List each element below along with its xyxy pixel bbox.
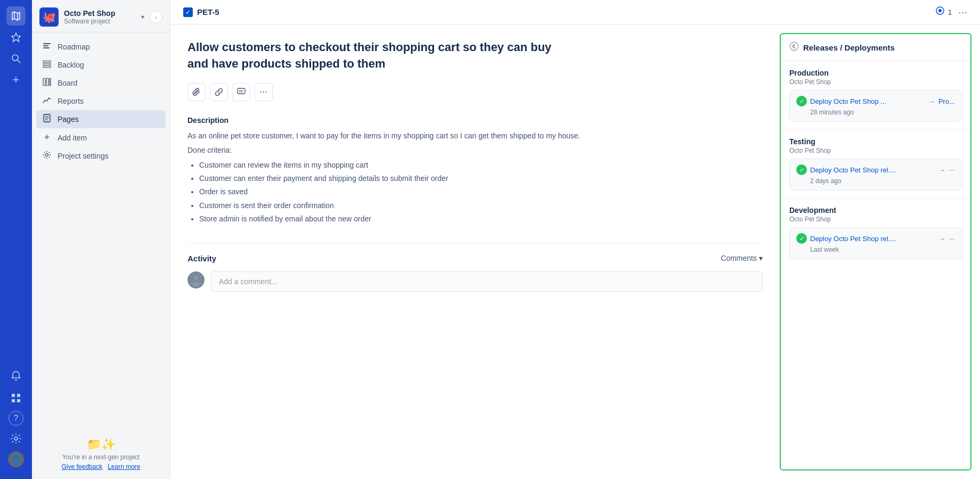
svg-rect-6	[17, 394, 20, 397]
sidebar-footer-links: Give feedback Learn more	[61, 463, 140, 470]
apps-icon[interactable]	[6, 389, 26, 408]
icon-bar: + ? 👤	[0, 0, 32, 479]
watch-count: 1	[948, 8, 952, 16]
svg-rect-11	[43, 45, 48, 46]
svg-rect-14	[43, 63, 51, 65]
link-button[interactable]	[210, 83, 228, 101]
project-logo: 🐙	[39, 7, 59, 27]
svg-point-31	[790, 42, 798, 51]
svg-rect-17	[46, 78, 48, 86]
more-actions-button[interactable]: ···	[255, 83, 273, 101]
more-options-button[interactable]: ···	[958, 6, 967, 18]
list-item: Customer can review the items in my shop…	[199, 159, 763, 172]
user-avatar[interactable]: 👤	[8, 451, 24, 467]
issue-header: ✓ PET-5 1 ···	[170, 0, 980, 24]
env-production: Production Octo Pet Shop ✓ Deploy Octo P…	[781, 61, 970, 130]
sidebar-item-add-item[interactable]: + Add item	[36, 128, 166, 147]
next-gen-badge: 📁✨	[87, 437, 116, 451]
sidebar-item-project-settings[interactable]: Project settings	[36, 147, 166, 165]
sidebar: 🐙 Octo Pet Shop Software project ▾ ‹ Roa…	[32, 0, 170, 479]
deploy-ellipsis-testing[interactable]: ···	[949, 166, 955, 174]
criteria-list: Customer can review the items in my shop…	[187, 159, 763, 226]
starred-icon[interactable]	[6, 28, 26, 47]
header-right: 1 ···	[935, 5, 967, 19]
next-gen-text: You're in a next-gen project	[62, 453, 140, 461]
svg-rect-10	[43, 43, 51, 44]
list-item: Store admin is notified by email about t…	[199, 212, 763, 226]
svg-rect-26	[238, 88, 245, 94]
help-icon[interactable]: ?	[9, 411, 23, 426]
svg-rect-16	[43, 78, 45, 86]
watch-icon	[935, 5, 945, 19]
svg-rect-5	[12, 394, 15, 397]
deploy-arrow-development-icon: →	[938, 235, 945, 243]
svg-point-9	[14, 437, 18, 440]
project-settings-icon	[42, 151, 52, 161]
deploy-name-testing[interactable]: Deploy Octo Pet Shop rel....	[810, 166, 935, 174]
env-development-project: Octo Pet Shop	[789, 216, 962, 223]
sidebar-footer: 📁✨ You're in a next-gen project Give fee…	[32, 430, 170, 470]
env-testing-project: Octo Pet Shop	[789, 147, 962, 154]
deploy-time-production: 28 minutes ago	[810, 109, 955, 116]
list-item: Customer is sent their order confirmatio…	[199, 199, 763, 212]
svg-rect-12	[43, 47, 50, 48]
sidebar-item-reports[interactable]: Reports	[36, 92, 166, 110]
comments-dropdown[interactable]: Comments ▾	[721, 254, 763, 262]
deploy-name-production[interactable]: Deploy Octo Pet Shop ...	[810, 97, 925, 105]
activity-section: Activity Comments ▾ Add a comment...	[187, 243, 763, 292]
project-dropdown-icon[interactable]: ▾	[141, 13, 144, 21]
project-type: Software project	[64, 18, 136, 25]
deploy-ellipsis-development[interactable]: ···	[949, 234, 955, 243]
action-bar: ···	[187, 83, 763, 101]
learn-more-link[interactable]: Learn more	[108, 463, 140, 470]
deploy-card-production: ✓ Deploy Octo Pet Shop ... → Pro... 28 m…	[789, 90, 962, 122]
svg-marker-2	[12, 33, 21, 42]
content-area: Allow customers to checkout their shoppi…	[170, 24, 980, 479]
activity-title: Activity	[187, 254, 216, 263]
comment-input[interactable]: Add a comment...	[211, 271, 763, 292]
issue-detail: Allow customers to checkout their shoppi…	[170, 24, 780, 479]
reports-label: Reports	[58, 97, 84, 105]
attach-button[interactable]	[187, 83, 206, 101]
releases-title: Releases / Deployments	[803, 43, 895, 52]
collapse-sidebar-button[interactable]: ‹	[150, 11, 162, 23]
comments-chevron-icon: ▾	[759, 254, 763, 262]
projects-icon[interactable]	[6, 6, 26, 26]
sidebar-item-roadmap[interactable]: Roadmap	[36, 38, 166, 56]
watch-button[interactable]: 1	[935, 5, 952, 19]
commenter-avatar	[187, 271, 205, 288]
activity-header: Activity Comments ▾	[187, 254, 763, 263]
issue-id: PET-5	[197, 7, 219, 16]
deploy-row-testing: ✓ Deploy Octo Pet Shop rel.... → ···	[796, 164, 955, 175]
deploy-name-development[interactable]: Deploy Octo Pet Shop rel....	[810, 235, 935, 243]
project-settings-label: Project settings	[58, 152, 109, 160]
back-button[interactable]	[789, 42, 799, 53]
comment-area: Add a comment...	[187, 271, 763, 292]
settings-icon[interactable]	[6, 429, 26, 448]
search-icon[interactable]	[6, 49, 26, 68]
give-feedback-link[interactable]: Give feedback	[61, 463, 102, 470]
svg-rect-18	[50, 78, 51, 86]
env-production-project: Octo Pet Shop	[789, 78, 962, 86]
list-item: Order is saved	[199, 185, 763, 199]
deploy-card-testing: ✓ Deploy Octo Pet Shop rel.... → ··· 2 d…	[789, 159, 962, 191]
releases-panel: Releases / Deployments Production Octo P…	[780, 33, 971, 470]
deploy-row-development: ✓ Deploy Octo Pet Shop rel.... → ···	[796, 233, 955, 244]
add-item-label: Add item	[58, 134, 87, 142]
svg-rect-15	[43, 66, 51, 68]
sidebar-item-backlog[interactable]: Backlog	[36, 56, 166, 74]
notifications-icon[interactable]	[6, 366, 26, 385]
board-icon	[42, 78, 52, 88]
comments-label: Comments	[721, 254, 757, 262]
sidebar-item-pages[interactable]: Pages	[36, 110, 166, 128]
deploy-check-icon: ✓	[796, 96, 807, 106]
env-testing: Testing Octo Pet Shop ✓ Deploy Octo Pet …	[781, 130, 970, 199]
child-issues-button[interactable]	[232, 83, 250, 101]
issue-status-checkbox[interactable]: ✓	[183, 7, 193, 17]
sidebar-item-board[interactable]: Board	[36, 74, 166, 92]
deploy-arrow-testing-icon: →	[938, 166, 945, 174]
pages-label: Pages	[58, 115, 79, 123]
backlog-icon	[42, 60, 52, 70]
create-icon[interactable]: +	[6, 70, 26, 89]
env-production-name: Production	[789, 69, 962, 77]
